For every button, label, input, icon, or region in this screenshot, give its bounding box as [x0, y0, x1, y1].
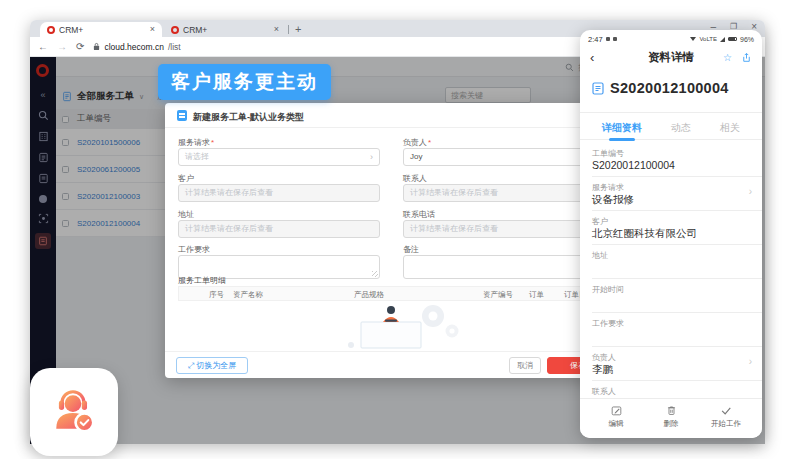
- record-id: S2020012100004: [610, 80, 729, 96]
- battery-percent: 96%: [740, 36, 754, 43]
- browser-tab-active[interactable]: CRM+ ×: [40, 22, 162, 37]
- detail-column: 订单: [529, 290, 544, 300]
- notification-icon: [613, 37, 617, 41]
- field-label: 服务请求*: [178, 137, 214, 148]
- new-workorder-modal: 新建服务工单-默认业务类型 服务请求* 请选择 › 负责人* Joy 客户 计算…: [165, 103, 620, 378]
- modal-title: 新建服务工单-默认业务类型: [193, 111, 304, 124]
- divider: [592, 312, 762, 313]
- detail-tabs: 详细资料 动态 相关: [580, 116, 762, 140]
- divider: [592, 278, 762, 279]
- required-mark: *: [428, 138, 431, 147]
- tab-title: CRM+: [59, 25, 146, 35]
- detail-column: 资产编号: [483, 290, 513, 300]
- check-icon: [720, 405, 732, 416]
- back-icon[interactable]: ←: [38, 41, 48, 52]
- detail-column: 序号: [209, 290, 224, 300]
- chevron-right-icon: ›: [370, 149, 373, 165]
- trash-icon: [666, 405, 677, 416]
- input-placeholder: 计算结果请在保存后查看: [185, 185, 273, 201]
- delete-action[interactable]: 删除: [643, 405, 699, 429]
- customer-service-badge[interactable]: [30, 368, 118, 456]
- field-label: 工单编号: [592, 148, 624, 159]
- detail-column: 资产名称: [233, 290, 263, 300]
- mobile-detail-panel: 2:47 VoLTE 96% 资料详情 ‹ ☆ S2020012100004: [580, 30, 762, 438]
- divider: [592, 210, 762, 211]
- chevron-right-icon[interactable]: ›: [749, 356, 752, 367]
- field-value: 设备报修: [592, 193, 634, 207]
- tab-separator: [288, 25, 289, 34]
- field-label: 客户: [178, 173, 194, 184]
- field-label: 客户: [592, 216, 608, 227]
- signal-icon: [720, 37, 725, 42]
- field-label: 服务请求: [592, 182, 624, 193]
- workorder-doc-icon: [177, 110, 187, 121]
- divider: [592, 380, 762, 381]
- action-label: 删除: [643, 419, 699, 429]
- phone-action-toolbar: 编辑 删除 开始工作: [580, 398, 762, 438]
- tab-activity[interactable]: 动态: [671, 121, 691, 135]
- favorite-star-icon[interactable]: ☆: [723, 52, 732, 63]
- forward-icon[interactable]: →: [57, 41, 67, 52]
- remark-textarea[interactable]: [403, 255, 605, 279]
- desktop-canvas: CRM+ × CRM+ × + – ❐ × ← → ⟳ cloud.hecom.…: [0, 0, 792, 459]
- battery-icon: [728, 37, 737, 42]
- field-label: 联系人: [592, 386, 616, 397]
- start-work-action[interactable]: 开始工作: [698, 405, 754, 429]
- field-value: S2020012100004: [592, 159, 675, 171]
- crm-favicon-icon: [47, 26, 55, 34]
- divider: [592, 176, 762, 177]
- edit-action[interactable]: 编辑: [588, 405, 644, 429]
- contact-input-disabled: 计算结果请在保存后查看: [403, 184, 605, 202]
- detail-table-header: 序号 资产名称 产品规格 资产编号 订单 订单日期: [178, 286, 607, 301]
- address-field[interactable]: cloud.hecom.cn/list: [93, 42, 180, 52]
- field-label: 负责人*: [403, 137, 431, 148]
- tab-related[interactable]: 相关: [720, 121, 740, 135]
- record-id-row: S2020012100004: [592, 80, 729, 96]
- resize-handle[interactable]: [372, 271, 378, 277]
- detail-section-title: 服务工单明细: [178, 275, 226, 286]
- phone-status-bar: 2:47 VoLTE 96%: [580, 30, 762, 45]
- field-label: 备注: [403, 244, 419, 255]
- chevron-right-icon[interactable]: ›: [749, 186, 752, 197]
- close-tab-icon[interactable]: ×: [150, 25, 155, 34]
- divider: [592, 244, 762, 245]
- service-request-select[interactable]: 请选择 ›: [178, 148, 380, 166]
- field-label: 联系人: [403, 173, 427, 184]
- record-doc-icon: [592, 82, 604, 95]
- field-label: 负责人: [592, 352, 616, 363]
- input-placeholder: 计算结果请在保存后查看: [410, 185, 498, 201]
- owner-input[interactable]: Joy: [403, 148, 605, 166]
- close-tab-icon[interactable]: ×: [274, 25, 279, 34]
- promo-banner: 客户服务更主动: [158, 64, 331, 100]
- action-label: 编辑: [588, 419, 644, 429]
- volte-indicator: VoLTE: [699, 36, 717, 42]
- status-time: 2:47: [588, 35, 603, 44]
- wifi-icon: [690, 37, 696, 41]
- field-label: 工作要求: [592, 318, 624, 329]
- url-path: /list: [168, 42, 181, 52]
- tab-title: CRM+: [183, 25, 270, 35]
- crm-favicon-icon: [171, 26, 179, 34]
- action-label: 开始工作: [698, 419, 754, 429]
- field-value: 北京红圈科技有限公司: [592, 227, 697, 241]
- field-label: 联系电话: [403, 209, 435, 220]
- modal-header: 新建服务工单-默认业务类型: [165, 103, 620, 128]
- input-placeholder: 计算结果请在保存后查看: [410, 221, 498, 237]
- edit-icon: [611, 405, 622, 416]
- url-domain: cloud.hecom.cn: [104, 42, 164, 52]
- browser-tab-inactive[interactable]: CRM+ ×: [164, 22, 286, 37]
- required-mark: *: [211, 138, 214, 147]
- expand-icon: ⤢: [188, 361, 194, 370]
- field-label: 开始时间: [592, 284, 624, 295]
- select-placeholder: 请选择: [185, 149, 209, 165]
- input-placeholder: 计算结果请在保存后查看: [185, 221, 273, 237]
- notification-icon: [606, 37, 610, 41]
- field-label: 工作要求: [178, 244, 210, 255]
- new-tab-button[interactable]: +: [295, 23, 301, 35]
- field-label: 地址: [592, 250, 608, 261]
- share-icon[interactable]: [741, 52, 752, 63]
- reload-icon[interactable]: ⟳: [76, 41, 84, 52]
- fullscreen-toggle-button[interactable]: ⤢ 切换为全屏: [176, 357, 248, 374]
- cancel-button[interactable]: 取消: [509, 357, 541, 374]
- tab-detail[interactable]: 详细资料: [602, 121, 642, 135]
